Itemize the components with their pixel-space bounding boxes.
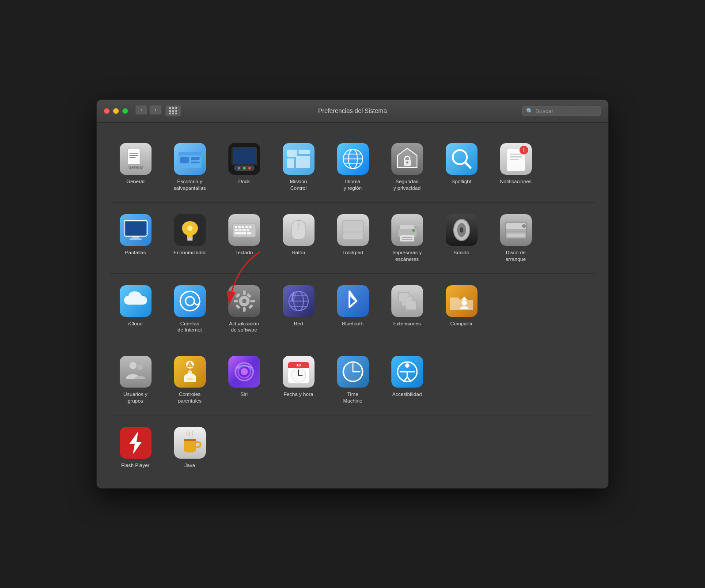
pref-sonido[interactable]: Sonido [436, 210, 487, 266]
search-icon: 🔍 [526, 108, 533, 114]
pref-controles[interactable]: ! Controlesparentales [164, 351, 215, 408]
pref-bluetooth-label: Bluetooth [342, 320, 364, 327]
pref-siri-label: Siri [240, 391, 248, 398]
pref-java[interactable]: Java [164, 422, 215, 472]
pref-raton[interactable]: Ratón [273, 210, 324, 266]
pref-usuarios[interactable]: Usuarios ygrupos [110, 351, 161, 408]
back-button[interactable]: ‹ [135, 105, 148, 115]
pref-disco-label: Disco dearranque [505, 249, 526, 263]
pref-idioma[interactable]: Idiomay región [327, 139, 378, 195]
close-button[interactable] [104, 108, 110, 114]
svg-rect-63 [243, 229, 246, 231]
pref-seguridad[interactable]: Seguridady privacidad [382, 139, 432, 195]
pref-mission[interactable]: MissionControl [273, 139, 324, 195]
icon-controles: ! [174, 356, 206, 388]
pref-extensiones[interactable]: Extensiones [382, 281, 432, 337]
pref-accesibilidad[interactable]: Accesibilidad [382, 351, 432, 408]
pref-disco[interactable]: Disco dearranque [490, 210, 541, 266]
svg-point-69 [297, 223, 300, 226]
section-hardware: Pantallas Economizador [110, 203, 595, 274]
svg-rect-1 [128, 148, 140, 164]
pref-red[interactable]: Red [273, 281, 324, 337]
svg-rect-35 [446, 143, 478, 175]
icon-economizador [174, 214, 206, 246]
pref-extensiones-label: Extensiones [393, 320, 421, 327]
pref-spotlight[interactable]: Spotlight [436, 139, 487, 195]
svg-rect-65 [235, 232, 246, 234]
svg-rect-101 [234, 300, 238, 302]
svg-rect-75 [400, 225, 414, 229]
pref-sonido-label: Sonido [454, 249, 470, 256]
pref-flash[interactable]: Flash Player [110, 422, 161, 472]
pref-bluetooth[interactable]: Bluetooth [327, 281, 378, 337]
icon-sonido [446, 214, 478, 246]
pref-compartir[interactable]: Compartir [436, 281, 487, 337]
svg-rect-51 [187, 238, 193, 239]
section-personal: General General [110, 132, 595, 203]
svg-rect-61 [235, 229, 238, 231]
section-personal-grid: General General [110, 139, 595, 195]
pref-notificaciones[interactable]: ! Notificaciones [490, 139, 541, 195]
svg-point-53 [187, 226, 193, 231]
svg-rect-100 [243, 307, 246, 312]
pref-spotlight-label: Spotlight [451, 178, 471, 185]
icon-impresoras [391, 214, 423, 246]
pref-cuentas-label: Cuentasde Internet [178, 320, 202, 334]
icon-extensiones [391, 285, 423, 317]
pref-dock[interactable]: Dock [219, 139, 269, 195]
search-input[interactable] [535, 108, 597, 114]
svg-point-19 [248, 167, 251, 170]
pref-teclado[interactable]: Teclado [219, 210, 269, 266]
svg-rect-77 [402, 237, 413, 238]
titlebar: ‹ › Preferencias del Sistema 🔍 [97, 100, 608, 123]
pref-compartir-label: Compartir [450, 320, 472, 327]
pref-impresoras[interactable]: Impresoras yescáneres [382, 210, 432, 266]
nav-buttons: ‹ › [135, 105, 181, 117]
pref-timemachine[interactable]: TimeMachine [327, 351, 378, 408]
pref-pantallas[interactable]: Pantallas [110, 210, 161, 266]
svg-rect-62 [239, 229, 242, 231]
icon-java [174, 427, 206, 459]
icon-flash [120, 427, 152, 459]
pref-fecha[interactable]: 18 JUL Fecha y hora [273, 351, 324, 408]
pref-trackpad[interactable]: Trackpad [327, 210, 378, 266]
pref-dock-label: Dock [238, 178, 250, 185]
pref-timemachine-label: TimeMachine [343, 391, 362, 404]
icon-icloud [120, 285, 152, 317]
pref-escritorio-label: Escritorio ysalvapantallas [174, 178, 206, 192]
window-title: Preferencias del Sistema [318, 107, 387, 114]
svg-rect-42 [510, 159, 519, 160]
svg-point-18 [243, 167, 246, 170]
icon-escritorio [174, 143, 206, 175]
svg-rect-49 [129, 238, 142, 240]
svg-rect-40 [510, 154, 522, 155]
search-box[interactable]: 🔍 [522, 106, 601, 116]
section-internet: iCloud Cuentasde Internet [110, 274, 595, 345]
svg-rect-90 [507, 234, 525, 237]
icon-seguridad [391, 143, 423, 175]
grid-view-button[interactable] [165, 105, 181, 117]
svg-rect-120 [120, 356, 152, 388]
pref-pantallas-label: Pantallas [125, 249, 146, 256]
svg-rect-48 [132, 236, 139, 238]
svg-rect-76 [400, 235, 414, 241]
icon-actualizacion [228, 285, 260, 317]
preferences-content: General General [97, 123, 608, 488]
pref-actualizacion[interactable]: Actualizaciónde software [219, 281, 269, 337]
icon-notificaciones: ! [500, 143, 532, 175]
pref-cuentas[interactable]: Cuentasde Internet [164, 281, 215, 337]
svg-point-79 [412, 229, 415, 232]
pref-usuarios-label: Usuarios ygrupos [123, 391, 147, 404]
pref-accesibilidad-label: Accesibilidad [392, 391, 422, 398]
pref-siri[interactable]: Siri [219, 351, 269, 408]
pref-economizador[interactable]: Economizador [164, 210, 215, 266]
svg-text:General: General [128, 165, 142, 170]
pref-general[interactable]: General General [110, 139, 161, 195]
svg-point-122 [137, 365, 143, 370]
pref-icloud[interactable]: iCloud [110, 281, 161, 337]
minimize-button[interactable] [113, 108, 119, 114]
forward-button[interactable]: › [149, 105, 162, 115]
pref-escritorio[interactable]: Escritorio ysalvapantallas [164, 139, 215, 195]
pref-impresoras-label: Impresoras yescáneres [392, 249, 421, 263]
maximize-button[interactable] [122, 108, 128, 114]
